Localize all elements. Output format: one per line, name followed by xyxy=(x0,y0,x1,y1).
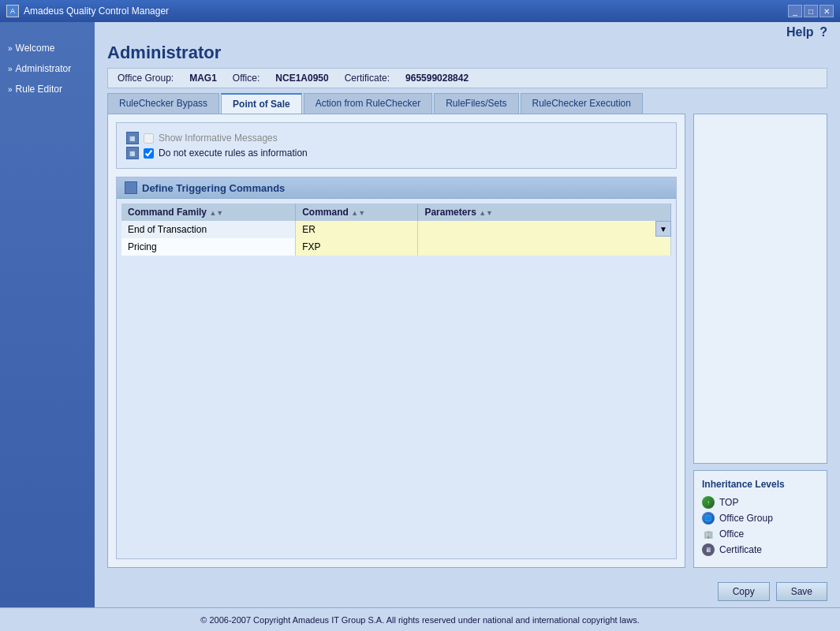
preview-box xyxy=(693,114,827,464)
sidebar-item-rule-editor[interactable]: » Rule Editor xyxy=(0,79,95,99)
title-bar: A Amadeus Quality Control Manager _ □ ✕ xyxy=(0,0,840,22)
inheritance-item-top: ↑ TOP xyxy=(702,496,819,509)
main-layout: » Welcome » Administrator » Rule Editor … xyxy=(0,22,840,607)
cell-command-family-1: End of Transaction xyxy=(121,221,296,238)
tab-rulefiles-sets[interactable]: RuleFiles/Sets xyxy=(434,93,518,114)
office-label: Office: xyxy=(233,73,259,84)
chevron-icon: » xyxy=(8,44,13,53)
sort-icon-command[interactable]: ▲▼ xyxy=(351,209,365,217)
inheritance-title: Inheritance Levels xyxy=(702,479,819,490)
command-table: Command Family ▲▼ Command ▲▼ xyxy=(121,203,671,256)
col-command-family: Command Family ▲▼ xyxy=(121,203,296,221)
panel-split: ▦ Show Informative Messages ▦ Do not exe… xyxy=(107,114,827,568)
sidebar-item-label: Administrator xyxy=(16,63,72,74)
trigger-icon xyxy=(125,181,137,194)
table-row: Pricing FXP xyxy=(121,238,671,256)
office-group-value: MAG1 xyxy=(189,73,217,84)
office-icon: 🏢 xyxy=(702,528,715,540)
sort-icon-params[interactable]: ▲▼ xyxy=(479,209,493,217)
help-icon[interactable]: ? xyxy=(819,25,827,39)
certificate-label: Certificate: xyxy=(345,73,390,84)
close-button[interactable]: ✕ xyxy=(819,5,834,17)
app-icon: A xyxy=(6,5,19,17)
do-not-execute-row: ▦ Do not execute rules as information xyxy=(126,147,666,159)
office-group-icon: 🌐 xyxy=(702,512,715,525)
page-content: Administrator Office Group: MAG1 Office:… xyxy=(95,43,840,576)
minimize-button[interactable]: _ xyxy=(788,5,802,17)
window-title: Amadeus Quality Control Manager xyxy=(24,6,169,17)
show-informative-row: ▦ Show Informative Messages xyxy=(126,132,666,144)
show-informative-label: Show Informative Messages xyxy=(159,133,278,144)
chevron-icon: » xyxy=(8,85,13,94)
show-informative-checkbox[interactable] xyxy=(144,133,154,144)
save-button[interactable]: Save xyxy=(776,582,827,601)
sidebar-item-label: Welcome xyxy=(16,43,55,54)
table-header-row: Command Family ▲▼ Command ▲▼ xyxy=(121,203,671,221)
triggering-section: Define Triggering Commands Command Famil… xyxy=(116,177,677,559)
tab-rulechecker-execution[interactable]: RuleChecker Execution xyxy=(521,93,643,114)
triggering-header: Define Triggering Commands xyxy=(117,177,676,199)
right-panel: Inheritance Levels ↑ TOP 🌐 Office Group … xyxy=(693,114,827,568)
info-bar: Office Group: MAG1 Office: NCE1A0950 Cer… xyxy=(107,68,827,88)
inheritance-item-office: 🏢 Office xyxy=(702,528,819,540)
triggering-title: Define Triggering Commands xyxy=(142,182,285,194)
certificate-value: 965599028842 xyxy=(405,73,469,84)
page-title: Administrator xyxy=(107,43,827,63)
inheritance-box: Inheritance Levels ↑ TOP 🌐 Office Group … xyxy=(693,470,827,568)
left-panel: ▦ Show Informative Messages ▦ Do not exe… xyxy=(107,114,685,568)
message-icon-2: ▦ xyxy=(126,147,139,159)
office-value: NCE1A0950 xyxy=(275,73,328,84)
tabs-container: RuleChecker Bypass Point of Sale Action … xyxy=(107,93,827,114)
inheritance-label-office-group: Office Group xyxy=(719,513,773,524)
footer-text: © 2006-2007 Copyright Amadeus IT Group S… xyxy=(200,615,639,625)
sidebar-item-welcome[interactable]: » Welcome xyxy=(0,38,95,58)
chevron-icon: » xyxy=(8,65,13,73)
help-bar: Help ? xyxy=(95,22,840,43)
sidebar-item-label: Rule Editor xyxy=(16,84,62,95)
cell-parameters-2[interactable] xyxy=(418,238,671,256)
do-not-execute-checkbox[interactable] xyxy=(144,148,154,159)
footer: © 2006-2007 Copyright Amadeus IT Group S… xyxy=(0,607,840,631)
office-group-label: Office Group: xyxy=(118,73,174,84)
certificate-icon: 🖥 xyxy=(702,543,715,556)
tab-action-from-rulechecker[interactable]: Action from RuleChecker xyxy=(304,93,432,114)
cell-command-1: ER xyxy=(296,221,418,238)
do-not-execute-label: Do not execute rules as information xyxy=(159,147,308,159)
cell-command-family-2: Pricing xyxy=(121,238,296,256)
inheritance-label-office: Office xyxy=(719,528,744,540)
tab-rulechecker-bypass[interactable]: RuleChecker Bypass xyxy=(107,93,219,114)
col-command: Command ▲▼ xyxy=(296,203,418,221)
copy-button[interactable]: Copy xyxy=(718,582,770,601)
col-parameters: Parameters ▲▼ xyxy=(418,203,671,221)
cell-parameters-1[interactable] xyxy=(418,221,671,238)
top-icon: ↑ xyxy=(702,496,715,509)
table-dropdown-button[interactable]: ▼ xyxy=(655,221,671,237)
message-icon-1: ▦ xyxy=(126,132,139,144)
maximize-button[interactable]: □ xyxy=(804,5,818,17)
window-controls[interactable]: _ □ ✕ xyxy=(788,5,834,17)
tab-point-of-sale[interactable]: Point of Sale xyxy=(221,93,302,114)
inheritance-label-top: TOP xyxy=(719,497,738,508)
sidebar: » Welcome » Administrator » Rule Editor xyxy=(0,22,95,607)
inheritance-label-certificate: Certificate xyxy=(719,544,762,555)
table-row: End of Transaction ER xyxy=(121,221,671,238)
sort-icon-family[interactable]: ▲▼ xyxy=(209,209,223,217)
inheritance-item-certificate: 🖥 Certificate xyxy=(702,543,819,556)
cell-command-2: FXP xyxy=(296,238,418,256)
help-label: Help xyxy=(786,25,814,39)
messages-section: ▦ Show Informative Messages ▦ Do not exe… xyxy=(116,122,677,169)
inheritance-item-office-group: 🌐 Office Group xyxy=(702,512,819,525)
content-area: Help ? Administrator Office Group: MAG1 … xyxy=(95,22,840,607)
bottom-buttons: Copy Save xyxy=(95,576,840,607)
sidebar-item-administrator[interactable]: » Administrator xyxy=(0,58,95,79)
